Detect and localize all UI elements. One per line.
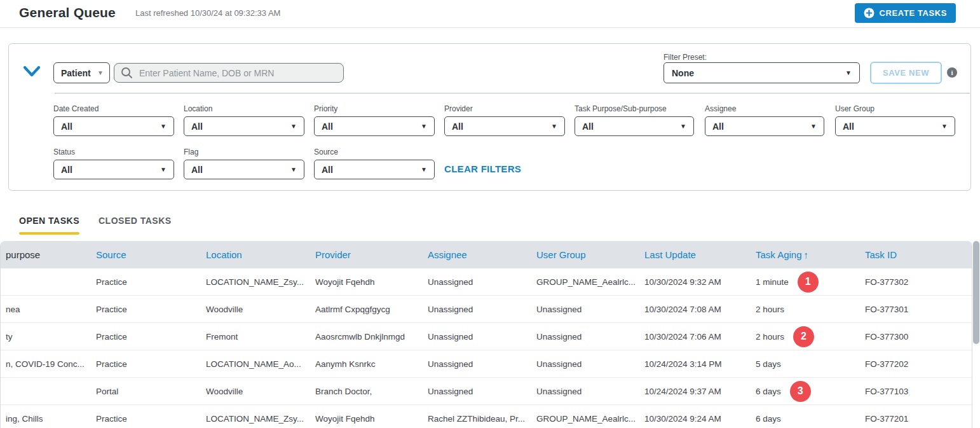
cell-provider: Aaosrcmwlb Dnkjlnmgd: [315, 332, 428, 342]
col-header-task-id[interactable]: Task ID: [865, 249, 972, 260]
search-type-value: Patient: [61, 68, 91, 78]
cell-provider: Branch Doctor,: [315, 387, 428, 396]
table-row[interactable]: Practice LOCATION_NAME_Zsy... Woyojit Fq…: [1, 268, 972, 296]
col-header-assignee[interactable]: Assignee: [428, 249, 536, 260]
filter-label-date-created: Date Created: [53, 104, 99, 113]
cell-user-group: Unassigned: [536, 387, 644, 396]
chevron-down-icon: ▼: [680, 123, 686, 130]
filter-value: All: [322, 165, 333, 175]
filter-select-status[interactable]: All▼: [53, 160, 174, 179]
cell-source: Practice: [96, 414, 206, 424]
cell-last-update: 10/30/2024 9:24 AM: [644, 414, 756, 424]
create-tasks-button[interactable]: CREATE TASKS: [855, 3, 956, 23]
cell-location: LOCATION_NAME_Zsy...: [206, 277, 315, 287]
filter-select-assignee[interactable]: All▼: [705, 116, 824, 136]
filter-preset-value: None: [672, 68, 694, 78]
cell-task-aging: 2 hours: [756, 305, 865, 314]
chevron-down-icon: ▼: [551, 123, 557, 130]
filter-select-user-group[interactable]: All▼: [835, 116, 955, 136]
task-aging-text: 5 days: [756, 359, 781, 369]
cell-user-group: Unassigned: [536, 359, 644, 369]
tab-open-tasks[interactable]: OPEN TASKS: [19, 216, 79, 226]
save-new-button[interactable]: SAVE NEW: [870, 62, 942, 84]
filter-value: All: [843, 121, 854, 132]
table-scrollbar-thumb[interactable]: [973, 241, 979, 344]
col-header-provider[interactable]: Provider: [315, 249, 428, 260]
task-aging-text: 6 days: [756, 414, 781, 424]
task-aging-text: 2 hours: [756, 305, 784, 314]
chevron-down-icon: ▼: [810, 123, 817, 130]
cell-task-id: FO-377202: [865, 359, 972, 369]
info-icon[interactable]: i: [947, 67, 957, 78]
general-queue-page: General Queue Last refreshed 10/30/24 at…: [0, 0, 980, 428]
filter-value: All: [191, 165, 203, 175]
chevron-down-icon: ▼: [160, 167, 167, 173]
patient-search: [114, 63, 344, 83]
col-header-last-update[interactable]: Last Update: [644, 249, 756, 260]
cell-assignee: Rachel ZZThibideau, Pr...: [428, 414, 536, 424]
col-header-task-aging[interactable]: Task Aging↑: [756, 249, 865, 260]
search-type-select[interactable]: Patient ▼: [53, 62, 110, 83]
cell-last-update: 10/30/2024 7:06 AM: [644, 332, 756, 342]
table-row[interactable]: ing, Chills Practice LOCATION_NAME_Zsy..…: [1, 405, 972, 428]
chevron-down-icon: ▼: [421, 167, 427, 173]
cell-purpose: ty: [1, 332, 96, 342]
filter-select-date-created[interactable]: All▼: [53, 116, 174, 136]
filter-preset-label: Filter Preset:: [664, 53, 707, 62]
tab-closed-tasks[interactable]: CLOSED TASKS: [99, 216, 172, 226]
filter-value: All: [322, 121, 333, 132]
col-header-user-group[interactable]: User Group: [536, 249, 644, 260]
cell-provider: Aanymh Ksnrkc: [315, 359, 428, 369]
cell-assignee: Unassigned: [428, 277, 536, 287]
filter-value: All: [61, 165, 72, 175]
col-header-purpose[interactable]: purpose: [1, 249, 96, 260]
filter-value: All: [452, 121, 463, 132]
cell-task-id: FO-377300: [865, 332, 972, 342]
cell-task-id: FO-377302: [865, 277, 972, 287]
chevron-down-icon: ▼: [290, 167, 297, 173]
cell-task-id: FO-377301: [865, 305, 972, 314]
filter-select-location[interactable]: All▼: [184, 116, 304, 136]
tasks-table: purpose Source Location Provider Assigne…: [0, 241, 972, 428]
filter-select-source[interactable]: All▼: [314, 160, 435, 179]
col-header-location[interactable]: Location: [206, 249, 315, 260]
filter-select-priority[interactable]: All▼: [314, 116, 435, 136]
sort-ascending-icon: ↑: [804, 249, 809, 260]
chevron-down-icon: ▼: [290, 123, 297, 130]
patient-search-input[interactable]: [138, 67, 337, 79]
cell-purpose: nea: [1, 305, 96, 314]
filter-label-flag: Flag: [184, 148, 198, 156]
col-header-task-aging-label: Task Aging: [756, 249, 802, 260]
table-row[interactable]: Portal Woodville Branch Doctor, Unassign…: [1, 378, 972, 405]
cell-provider: Aatlrmf Cxpqgfgycg: [315, 305, 428, 314]
chevron-down-icon[interactable]: [23, 66, 41, 80]
active-tab-underline: [19, 232, 79, 235]
cell-provider: Woyojit Fqehdh: [315, 277, 428, 287]
clear-filters-link[interactable]: CLEAR FILTERS: [444, 163, 521, 174]
filter-select-flag[interactable]: All▼: [184, 160, 304, 179]
filter-label-task-purpose: Task Purpose/Sub-purpose: [575, 104, 667, 113]
table-row[interactable]: ty Practice Fremont Aaosrcmwlb Dnkjlnmgd…: [1, 323, 972, 350]
filter-label-status: Status: [53, 148, 75, 156]
cell-provider: Woyojit Fqehdh: [315, 414, 428, 424]
table-header-row: purpose Source Location Provider Assigne…: [1, 241, 972, 268]
filter-select-task-purpose[interactable]: All▼: [575, 116, 694, 136]
cell-source: Portal: [96, 387, 206, 396]
cell-source: Practice: [96, 277, 206, 287]
filter-value: All: [61, 121, 72, 132]
table-row[interactable]: n, COVID-19 Conc... Practice LOCATION_NA…: [1, 350, 972, 378]
cell-task-aging: 1 minute 1: [756, 272, 865, 293]
cell-location: Woodville: [206, 387, 315, 396]
cell-purpose: n, COVID-19 Conc...: [1, 359, 96, 369]
filter-select-provider[interactable]: All▼: [444, 116, 565, 136]
table-row[interactable]: nea Practice Woodville Aatlrmf Cxpqgfgyc…: [1, 296, 972, 323]
chevron-down-icon: ▼: [160, 123, 167, 130]
cell-task-aging: 5 days: [756, 359, 865, 369]
chevron-down-icon: ▼: [97, 70, 104, 76]
task-aging-text: 1 minute: [756, 277, 789, 287]
filter-value: All: [582, 121, 594, 132]
col-header-source[interactable]: Source: [96, 249, 206, 260]
cell-assignee: Unassigned: [428, 305, 536, 314]
task-aging-text: 2 hours: [756, 332, 784, 342]
filter-preset-select[interactable]: None ▼: [664, 62, 860, 83]
